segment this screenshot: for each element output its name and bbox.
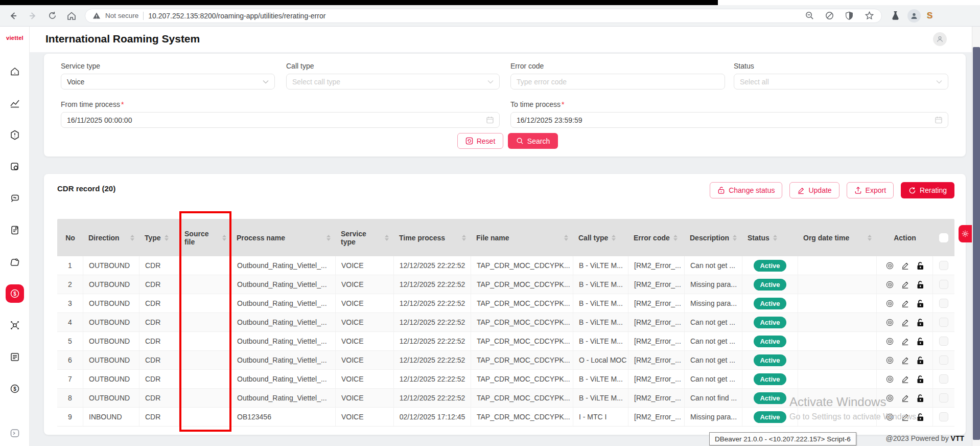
column-header-org-date-time[interactable]: Org date time <box>798 219 877 256</box>
status-select[interactable]: Select all <box>734 74 948 90</box>
column-header-service-type[interactable]: Service type <box>336 219 394 256</box>
to-time-input[interactable]: 16/12/2025 23:59:59 <box>510 112 948 128</box>
lock-icon[interactable] <box>916 413 924 421</box>
update-button[interactable]: Update <box>789 182 839 198</box>
content-blocked-icon[interactable] <box>824 11 834 21</box>
forward-icon[interactable] <box>27 10 39 22</box>
bookmark-star-icon[interactable] <box>864 11 874 21</box>
lock-icon[interactable] <box>916 280 924 289</box>
column-header-status[interactable]: Status <box>742 219 798 256</box>
column-header-file-name[interactable]: File name <box>471 219 573 256</box>
lock-icon[interactable] <box>916 375 924 384</box>
search-button[interactable]: Search <box>508 133 558 149</box>
sort-icon[interactable] <box>733 235 737 241</box>
service-type-select[interactable]: Voice <box>61 74 275 90</box>
reset-button[interactable]: Reset <box>457 133 503 149</box>
lock-icon[interactable] <box>916 337 924 346</box>
sidebar-item-home[interactable] <box>6 62 24 81</box>
sort-icon[interactable] <box>564 235 568 241</box>
view-icon[interactable] <box>885 261 894 270</box>
sidebar-item-network[interactable] <box>6 316 24 334</box>
edit-icon[interactable] <box>901 394 909 403</box>
call-type-select[interactable]: Select call type <box>286 74 500 90</box>
sidebar-item-documents[interactable] <box>6 221 24 239</box>
lock-icon[interactable] <box>916 318 924 327</box>
select-all-checkbox[interactable] <box>939 233 948 242</box>
sort-icon[interactable] <box>773 235 777 241</box>
edit-icon[interactable] <box>901 261 909 270</box>
column-header-direction[interactable]: Direction <box>83 219 139 256</box>
column-header-time-process[interactable]: Time process <box>394 219 471 256</box>
edit-icon[interactable] <box>901 318 909 327</box>
back-icon[interactable] <box>7 10 19 22</box>
row-checkbox[interactable] <box>939 261 948 270</box>
user-avatar[interactable] <box>933 32 947 46</box>
row-checkbox[interactable] <box>939 412 948 421</box>
scrollbar-thumb[interactable] <box>973 47 980 440</box>
edit-icon[interactable] <box>901 280 909 289</box>
sort-icon[interactable] <box>612 235 616 241</box>
lock-icon[interactable] <box>916 261 924 270</box>
from-time-input[interactable]: 16/11/2025 00:00:00 <box>61 112 500 128</box>
edit-icon[interactable] <box>901 356 909 365</box>
lock-icon[interactable] <box>916 356 924 365</box>
address-bar[interactable]: Not secure 10.207.252.135:8200/roaming-a… <box>85 9 882 23</box>
shield-icon[interactable] <box>844 11 854 21</box>
settings-float-button[interactable] <box>959 225 972 242</box>
view-icon[interactable] <box>885 299 894 308</box>
column-header-call-type[interactable]: Call type <box>573 219 628 256</box>
row-checkbox[interactable] <box>939 299 948 308</box>
sidebar-item-files[interactable] <box>6 253 24 271</box>
export-button[interactable]: Export <box>847 182 894 198</box>
sidebar-item-billing-active[interactable]: $ <box>6 284 24 303</box>
sort-icon[interactable] <box>462 235 466 241</box>
sidebar-item-automation[interactable] <box>6 158 24 176</box>
sidebar-item-messages[interactable] <box>6 189 24 208</box>
view-icon[interactable] <box>885 394 894 403</box>
view-icon[interactable] <box>885 375 894 384</box>
error-code-input[interactable]: Type error code <box>510 74 725 90</box>
row-checkbox[interactable] <box>939 318 948 327</box>
home-nav-icon[interactable] <box>65 10 78 22</box>
sidebar-item-revenue[interactable]: $ <box>6 380 24 398</box>
sidebar-item-alerts[interactable] <box>6 126 24 144</box>
row-checkbox[interactable] <box>939 337 948 346</box>
lock-icon[interactable] <box>916 299 924 308</box>
column-header-description[interactable]: Description <box>685 219 742 256</box>
sidebar-item-reports[interactable] <box>6 94 24 113</box>
row-checkbox[interactable] <box>939 374 948 384</box>
browser-profile-avatar[interactable] <box>907 9 921 23</box>
zoom-out-icon[interactable] <box>804 11 814 21</box>
edit-icon[interactable] <box>901 337 909 346</box>
sort-icon[interactable] <box>222 235 226 241</box>
lock-icon[interactable] <box>916 394 924 403</box>
edit-icon[interactable] <box>901 413 909 421</box>
extension-s-icon[interactable]: S <box>927 11 932 21</box>
row-checkbox[interactable] <box>939 355 948 365</box>
view-icon[interactable] <box>885 318 894 327</box>
view-icon[interactable] <box>885 337 894 346</box>
column-header-process-name[interactable]: Process name <box>231 219 336 256</box>
extension-flask-icon[interactable] <box>889 10 901 22</box>
sort-icon[interactable] <box>868 235 872 241</box>
row-checkbox[interactable] <box>939 280 948 289</box>
edit-icon[interactable] <box>901 299 909 308</box>
reload-icon[interactable] <box>46 10 58 22</box>
view-icon[interactable] <box>885 280 894 289</box>
sort-icon[interactable] <box>326 235 331 241</box>
column-header-error-code[interactable]: Error code <box>628 219 685 256</box>
rerating-button[interactable]: Rerating <box>901 182 954 198</box>
sidebar-item-console[interactable] <box>0 428 30 439</box>
row-checkbox[interactable] <box>939 393 948 403</box>
change-status-button[interactable]: Change status <box>710 182 782 198</box>
sidebar-item-logs[interactable] <box>6 348 24 366</box>
sort-icon[interactable] <box>130 235 134 241</box>
view-icon[interactable] <box>885 356 894 365</box>
edit-icon[interactable] <box>901 375 909 384</box>
column-header-source-file[interactable]: Source file <box>179 219 231 256</box>
column-header-type[interactable]: Type <box>139 219 179 256</box>
sort-icon[interactable] <box>385 235 389 241</box>
sort-icon[interactable] <box>673 235 678 241</box>
view-icon[interactable] <box>885 413 894 421</box>
sort-icon[interactable] <box>165 235 169 241</box>
